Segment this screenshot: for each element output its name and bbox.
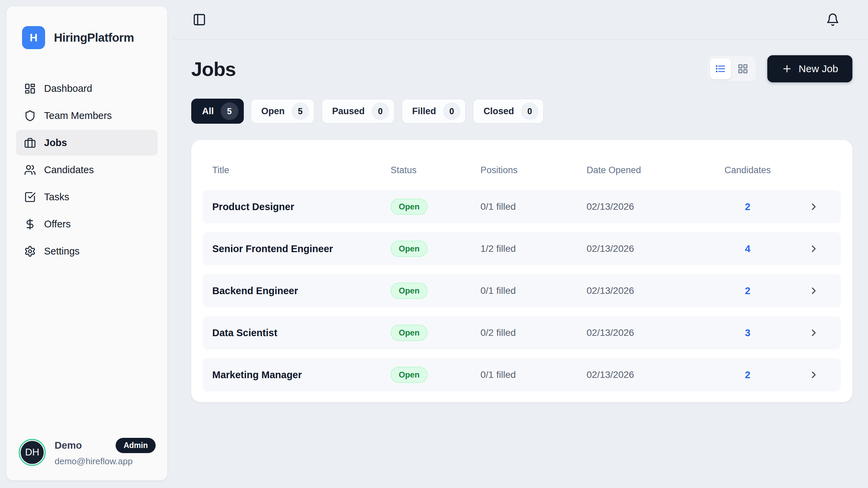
table-row[interactable]: Marketing Manager Open 0/1 filled 02/13/… [203,358,841,391]
user-name: Demo [55,440,82,451]
bell-icon [826,13,840,26]
filter-count-badge: 0 [372,102,389,120]
filter-count-badge: 5 [292,102,309,120]
filter-count-badge: 0 [443,102,460,120]
layout-grid-icon [737,63,748,74]
job-positions: 0/1 filled [480,201,587,212]
table-row[interactable]: Senior Frontend Engineer Open 1/2 filled… [203,232,841,265]
dollar-icon [24,218,36,230]
job-date-opened: 02/13/2026 [587,327,709,338]
job-candidates-count[interactable]: 3 [709,327,787,339]
sidebar-item-offers[interactable]: Offers [16,211,158,237]
sidebar-item-candidates[interactable]: Candidates [16,157,158,183]
gear-icon [24,245,36,257]
sidebar-item-label: Offers [44,219,71,230]
filter-count-badge: 0 [521,102,538,120]
notifications-button[interactable] [825,12,841,28]
app-logo-mark: H [22,26,45,49]
grid-view-button[interactable] [732,58,753,79]
main-area: Jobs [172,0,868,488]
new-job-label: New Job [798,63,838,75]
sidebar-item-label: Team Members [44,110,112,121]
filter-label: Filled [412,106,436,117]
chevron-right-icon [808,327,819,338]
job-date-opened: 02/13/2026 [587,201,709,212]
filter-label: Closed [484,106,514,117]
job-candidates-count[interactable]: 2 [709,285,787,297]
status-badge: Open [391,367,428,383]
table-row[interactable]: Product Designer Open 0/1 filled 02/13/2… [203,190,841,223]
list-view-button[interactable] [710,58,731,79]
filter-label: Paused [332,106,365,117]
status-badge: Open [391,283,428,299]
table-row[interactable]: Data Scientist Open 0/2 filled 02/13/202… [203,316,841,349]
job-candidates-count[interactable]: 2 [709,201,787,212]
chevron-right-icon [808,285,819,296]
avatar-initials: DH [25,447,39,458]
filter-label: Open [261,106,285,117]
filter-closed[interactable]: Closed 0 [473,99,544,124]
chevron-right-icon [808,201,819,212]
view-toggle [708,56,756,82]
user-info: Demo Admin demo@hireflow.app [55,438,156,467]
user-email: demo@hireflow.app [55,456,156,467]
sidebar-toggle-button[interactable] [191,12,208,28]
status-badge: Open [391,241,428,257]
sidebar-item-label: Settings [44,246,80,257]
job-positions: 0/1 filled [480,369,587,380]
table-row[interactable]: Backend Engineer Open 0/1 filled 02/13/2… [203,274,841,307]
job-date-opened: 02/13/2026 [587,243,709,254]
job-candidates-count[interactable]: 2 [709,369,787,381]
column-header-title: Title [212,165,391,176]
chevron-right-icon [808,243,819,254]
column-header-date-opened: Date Opened [587,165,709,176]
avatar: DH [19,439,46,466]
new-job-button[interactable]: New Job [767,55,852,82]
page-title: Jobs [191,58,236,80]
job-date-opened: 02/13/2026 [587,369,709,380]
job-title: Backend Engineer [212,285,391,297]
job-title: Marketing Manager [212,369,391,381]
sidebar-item-dashboard[interactable]: Dashboard [16,76,158,101]
sidebar-item-label: Dashboard [44,83,92,94]
job-positions: 0/1 filled [480,285,587,296]
sidebar: H HiringPlatform Dashboard Team Members … [6,6,167,481]
sidebar-item-settings[interactable]: Settings [16,238,158,264]
column-header-positions: Positions [480,165,587,176]
job-title: Senior Frontend Engineer [212,243,391,255]
topbar [172,0,868,40]
filter-filled[interactable]: Filled 0 [401,99,466,124]
job-positions: 1/2 filled [480,243,587,254]
sidebar-item-label: Candidates [44,164,94,176]
plus-icon [782,63,792,74]
filter-all[interactable]: All 5 [191,99,244,124]
filter-paused[interactable]: Paused 0 [321,99,395,124]
check-square-icon [24,191,36,203]
sidebar-item-tasks[interactable]: Tasks [16,184,158,210]
chevron-right-icon [808,369,819,380]
app-logo: H HiringPlatform [6,6,167,49]
jobs-table-card: Title Status Positions Date Opened Candi… [191,140,852,402]
job-date-opened: 02/13/2026 [587,285,709,296]
status-badge: Open [391,325,428,341]
sidebar-item-jobs[interactable]: Jobs [16,130,158,156]
job-title: Data Scientist [212,327,391,339]
filter-label: All [202,106,214,117]
app-name: HiringPlatform [54,31,134,44]
page-content: Jobs [172,40,868,402]
layout-dashboard-icon [24,83,36,95]
column-header-candidates: Candidates [709,165,787,176]
filter-open[interactable]: Open 5 [251,99,315,124]
users-icon [24,164,36,176]
list-icon [715,63,726,74]
job-candidates-count[interactable]: 4 [709,243,787,255]
status-filters: All 5 Open 5 Paused 0 Filled 0 Closed 0 [191,99,852,124]
role-badge: Admin [116,438,156,453]
sidebar-item-team-members[interactable]: Team Members [16,103,158,128]
filter-count-badge: 5 [221,102,238,120]
shield-icon [24,110,36,122]
sidebar-nav: Dashboard Team Members Jobs Candidates [6,76,167,265]
table-header: Title Status Positions Date Opened Candi… [203,150,841,190]
job-title: Product Designer [212,201,391,212]
column-header-status: Status [391,165,480,176]
